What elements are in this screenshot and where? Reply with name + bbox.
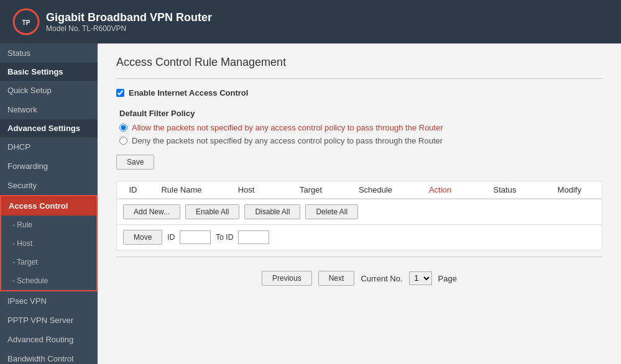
- enable-access-control-label[interactable]: Enable Internet Access Control: [129, 88, 248, 98]
- table-actions-row: Add New... Enable All Disable All Delete…: [117, 199, 602, 224]
- col-id: ID: [117, 185, 149, 194]
- sidebar: Status Basic Settings Quick Setup Networ…: [0, 43, 98, 364]
- header-title: Gigabit Broadband VPN Router Model No. T…: [46, 11, 212, 33]
- bottom-divider: [116, 257, 602, 257]
- sidebar-item-basic-settings[interactable]: Basic Settings: [0, 63, 98, 81]
- allow-radio[interactable]: [119, 124, 127, 132]
- col-status: Status: [472, 185, 537, 194]
- delete-all-button[interactable]: Delete All: [305, 204, 358, 219]
- sidebar-item-forwarding[interactable]: Forwarding: [0, 157, 98, 176]
- sidebar-item-advanced-settings[interactable]: Advanced Settings: [0, 119, 98, 137]
- title-divider: [116, 78, 602, 79]
- deny-radio-row: Deny the packets not specified by any ac…: [119, 136, 602, 145]
- col-rule-name: Rule Name: [149, 185, 214, 194]
- table-header: ID Rule Name Host Target Schedule Action…: [116, 181, 602, 198]
- move-row: Move ID To ID: [117, 224, 602, 250]
- col-modify: Modify: [537, 185, 602, 194]
- filter-policy-title: Default Filter Policy: [119, 109, 602, 118]
- next-button[interactable]: Next: [318, 271, 355, 286]
- previous-button[interactable]: Previous: [262, 271, 312, 286]
- disable-all-button[interactable]: Disable All: [244, 204, 300, 219]
- enable-checkbox-row: Enable Internet Access Control: [116, 88, 602, 98]
- sidebar-item-schedule[interactable]: - Schedule: [1, 271, 96, 290]
- save-btn-row: Save: [116, 155, 602, 170]
- sidebar-item-rule[interactable]: - Rule: [1, 216, 96, 234]
- enable-access-control-checkbox[interactable]: [116, 89, 124, 97]
- current-no-label: Current No.: [361, 274, 402, 283]
- deny-radio[interactable]: [119, 137, 127, 145]
- pagination-row: Previous Next Current No. 1 Page: [116, 263, 602, 293]
- col-host: Host: [214, 185, 278, 194]
- sidebar-item-pptp-vpn[interactable]: PPTP VPN Server: [0, 311, 98, 330]
- logo-area: TP Gigabit Broadband VPN Router Model No…: [12, 8, 212, 35]
- page-title: Access Control Rule Management: [116, 56, 602, 69]
- allow-policy-label[interactable]: Allow the packets not specified by any a…: [132, 123, 443, 132]
- deny-policy-label[interactable]: Deny the packets not specified by any ac…: [132, 136, 443, 145]
- sidebar-item-ipsec-vpn[interactable]: IPsec VPN: [0, 291, 98, 311]
- content-area: Access Control Rule Management Enable In…: [98, 43, 621, 364]
- header: TP Gigabit Broadband VPN Router Model No…: [0, 0, 621, 43]
- sidebar-item-security[interactable]: Security: [0, 176, 98, 195]
- model-number: Model No. TL-R600VPN: [46, 24, 212, 33]
- sidebar-item-host[interactable]: - Host: [1, 234, 96, 253]
- sidebar-item-dhcp[interactable]: DHCP: [0, 137, 98, 157]
- sidebar-item-bandwidth-control[interactable]: Bandwidth Control: [0, 349, 98, 364]
- page-label: Page: [438, 274, 457, 283]
- move-button[interactable]: Move: [123, 230, 162, 245]
- sidebar-item-advanced-routing[interactable]: Advanced Routing: [0, 330, 98, 349]
- sidebar-item-access-control[interactable]: Access Control: [1, 196, 96, 216]
- col-target: Target: [278, 185, 343, 194]
- sidebar-item-network[interactable]: Network: [0, 100, 98, 119]
- id-label: ID: [167, 233, 175, 242]
- move-id-input[interactable]: [180, 230, 211, 244]
- enable-all-button[interactable]: Enable All: [185, 204, 239, 219]
- save-button[interactable]: Save: [116, 155, 154, 170]
- col-action: Action: [408, 185, 472, 194]
- page-select[interactable]: 1: [409, 271, 432, 285]
- allow-radio-row: Allow the packets not specified by any a…: [119, 123, 602, 132]
- col-schedule: Schedule: [343, 185, 408, 194]
- table-body: Add New... Enable All Disable All Delete…: [116, 198, 602, 250]
- move-to-id-input[interactable]: [238, 230, 269, 244]
- main-layout: Status Basic Settings Quick Setup Networ…: [0, 43, 621, 364]
- sidebar-item-target[interactable]: - Target: [1, 253, 96, 271]
- to-id-label: To ID: [216, 233, 233, 242]
- filter-policy-section: Default Filter Policy Allow the packets …: [116, 109, 602, 145]
- sidebar-item-status[interactable]: Status: [0, 43, 98, 63]
- access-control-group: Access Control - Rule - Host - Target - …: [0, 195, 98, 291]
- add-new-button[interactable]: Add New...: [123, 204, 180, 219]
- svg-text:TP: TP: [22, 19, 30, 26]
- tp-link-logo: TP: [12, 8, 40, 35]
- sidebar-item-quick-setup[interactable]: Quick Setup: [0, 81, 98, 100]
- product-title: Gigabit Broadband VPN Router: [46, 11, 212, 24]
